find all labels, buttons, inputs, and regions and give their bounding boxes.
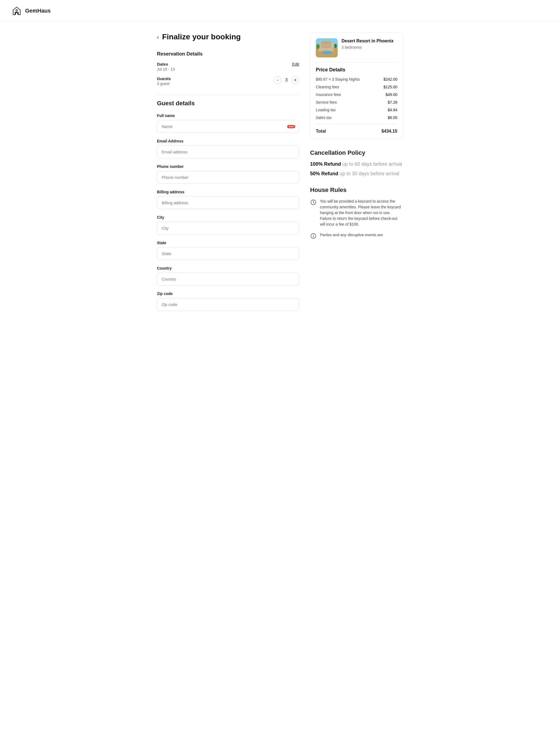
price-value-2: $49.00 (385, 93, 397, 97)
phone-group: Phone number (157, 164, 299, 184)
guests-label: Guests (157, 76, 171, 81)
page-title: Finalize your booking (162, 32, 241, 41)
property-image (316, 38, 338, 57)
cancellation-section: Cancellation Policy 100% Refund up to 60… (310, 149, 403, 177)
svg-rect-11 (327, 44, 329, 46)
header: GemHaus (0, 0, 560, 22)
property-rooms: 3 bedrooms (341, 45, 397, 50)
price-label-2: Insurance fees (316, 93, 341, 97)
country-input[interactable] (157, 273, 299, 285)
price-row-2: Insurance fees $49.00 (316, 93, 397, 97)
property-image-svg (316, 38, 338, 57)
guests-count: 3 (285, 78, 288, 83)
guests-minus-button[interactable]: - (274, 76, 281, 84)
city-label: City (157, 215, 299, 220)
zip-group: Zip code (157, 291, 299, 311)
property-name: Desert Resort in Phoenix (341, 38, 397, 44)
zip-label: Zip code (157, 291, 299, 296)
price-row-0: $80.67 × 3 Staying Nights $242.00 (316, 77, 397, 81)
billing-input[interactable] (157, 196, 299, 209)
edit-button[interactable]: Edit (292, 62, 299, 67)
refund-block-2: 50% Refund up to 30 days before arrival (310, 171, 403, 177)
city-input[interactable] (157, 222, 299, 235)
price-value-1: $125.00 (383, 85, 397, 89)
billing-label: Billing address (157, 190, 299, 194)
section-divider (157, 95, 299, 95)
price-label-4: Loading tax (316, 108, 335, 112)
rule-text-1: Parties and any disruptive events are (320, 232, 383, 239)
country-group: Country (157, 266, 299, 285)
refund1-text: up to 60 days before arrival (341, 161, 402, 167)
full-name-input[interactable] (157, 120, 299, 133)
svg-point-9 (334, 44, 337, 48)
price-row-5: Sales tax $6.05 (316, 115, 397, 120)
logo: GemHaus (11, 5, 51, 17)
price-row-4: Loading tax $4.84 (316, 108, 397, 112)
phone-input[interactable] (157, 171, 299, 184)
zip-input[interactable] (157, 298, 299, 311)
city-group: City (157, 215, 299, 235)
right-column: Desert Resort in Phoenix 3 bedrooms Pric… (310, 32, 403, 317)
property-card: Desert Resort in Phoenix 3 bedrooms Pric… (310, 32, 403, 139)
house-rules-title: House Rules (310, 186, 403, 194)
country-label: Country (157, 266, 299, 271)
logo-icon (11, 5, 22, 17)
price-label-5: Sales tax (316, 115, 332, 120)
full-name-group: Full name (157, 113, 299, 133)
price-label-0: $80.67 × 3 Staying Nights (316, 77, 360, 81)
svg-rect-10 (323, 44, 325, 46)
price-details-title: Price Details (316, 67, 397, 73)
dates-row: Dates Jul 10 - 13 Edit (157, 62, 299, 71)
logo-text: GemHaus (25, 8, 51, 14)
billing-group: Billing address (157, 190, 299, 209)
state-group: State (157, 241, 299, 260)
full-name-label: Full name (157, 113, 299, 118)
refund2-text: up to 30 days before arrival (338, 171, 399, 176)
total-row: Total $434.15 (316, 129, 397, 134)
dates-value: Jul 10 - 13 (157, 67, 175, 71)
left-column: ‹ Finalize your booking Reservation Deta… (157, 32, 299, 317)
name-icon (287, 125, 295, 128)
email-input[interactable] (157, 146, 299, 158)
back-button[interactable]: ‹ (157, 34, 159, 40)
refund-block-1: 100% Refund up to 60 days before arrival (310, 161, 403, 167)
phone-label: Phone number (157, 164, 299, 169)
price-value-5: $6.05 (388, 115, 397, 120)
guest-details-title: Guest details (157, 100, 299, 107)
state-input[interactable] (157, 247, 299, 260)
price-row-1: Cleaning fees $125.00 (316, 85, 397, 89)
total-value: $434.15 (381, 129, 397, 134)
price-value-4: $4.84 (388, 108, 397, 112)
page-content: ‹ Finalize your booking Reservation Deta… (146, 22, 414, 333)
rule-item-0: You will be provided a keycard to access… (310, 199, 403, 227)
email-group: Email Address (157, 139, 299, 158)
guests-plus-button[interactable]: + (291, 76, 299, 84)
dates-label: Dates (157, 62, 175, 67)
svg-point-1 (16, 9, 18, 11)
full-name-input-wrap (157, 120, 299, 133)
svg-point-14 (313, 235, 314, 235)
guests-value: 3 guest (157, 81, 171, 86)
property-info: Desert Resort in Phoenix 3 bedrooms (341, 38, 397, 57)
clock-icon (310, 199, 316, 206)
guest-details-section: Guest details Full name Email Address Ph… (157, 100, 299, 311)
refund2-bold: 50% Refund (310, 171, 338, 176)
price-label-3: Service fees (316, 100, 337, 104)
price-value-0: $242.00 (383, 77, 397, 81)
reservation-title: Reservation Details (157, 51, 299, 57)
price-row-3: Service fees $7.26 (316, 100, 397, 104)
info-icon (310, 233, 316, 239)
reservation-section: Reservation Details Dates Jul 10 - 13 Ed… (157, 51, 299, 86)
guests-control: - 3 + (274, 76, 299, 84)
price-rows: $80.67 × 3 Staying Nights $242.00 Cleani… (316, 77, 397, 120)
rule-text-0: You will be provided a keycard to access… (320, 199, 403, 227)
rule-item-1: Parties and any disruptive events are (310, 232, 403, 239)
refund1-bold: 100% Refund (310, 161, 341, 167)
state-label: State (157, 241, 299, 245)
total-label: Total (316, 129, 326, 134)
email-label: Email Address (157, 139, 299, 143)
price-value-3: $7.26 (388, 100, 397, 104)
cancellation-title: Cancellation Policy (310, 149, 403, 156)
svg-point-7 (322, 51, 332, 54)
page-title-row: ‹ Finalize your booking (157, 32, 299, 41)
